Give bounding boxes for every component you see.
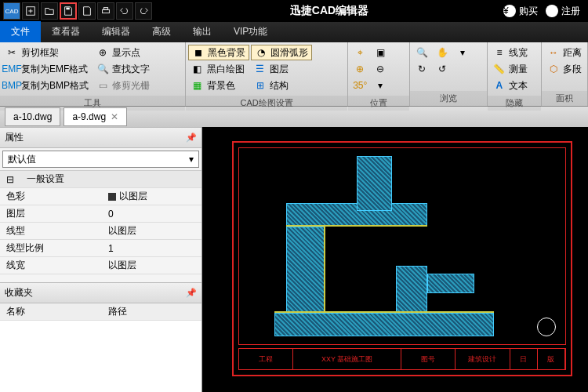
user-icon (546, 5, 558, 17)
rotate-cw-icon: ↺ (436, 63, 448, 75)
close-icon[interactable]: ✕ (111, 111, 118, 122)
svg-rect-1 (66, 8, 69, 10)
new-icon[interactable] (22, 2, 39, 20)
app-icon: CAD (3, 2, 20, 20)
buy-button[interactable]: ¥购买 (503, 5, 538, 18)
pin-icon[interactable]: 📌 (186, 288, 197, 298)
layers-icon: ☰ (254, 63, 267, 75)
group-browse-label: 浏览 (410, 91, 487, 106)
show-points-button[interactable]: ⊕显示点 (93, 45, 153, 60)
ribbon-tabs: 文件 查看器 编辑器 高级 输出 VIP功能 (0, 22, 588, 42)
browse-btn-4[interactable]: ↺ (433, 61, 452, 77)
group-hide-label: 隐藏 (488, 96, 541, 111)
chevron-down-icon: ▾ (374, 79, 387, 92)
collapse-icon[interactable]: ⊟ (0, 174, 20, 185)
scissors-icon: ✂ (5, 46, 18, 59)
drawing-frame: 工程 XXY 基础施工图 图号 建筑设计 日 版 (232, 141, 572, 376)
redo-icon[interactable] (135, 2, 152, 20)
distance-button[interactable]: ↔距离 (544, 45, 585, 60)
layers-button[interactable]: ☰图层 (251, 61, 312, 77)
tab-file[interactable]: 文件 (0, 21, 41, 42)
arc-icon: ◔ (255, 46, 267, 59)
doc-tab-a10[interactable]: a-10.dwg (5, 107, 60, 126)
smooth-arc-button[interactable]: ◔圆滑弧形 (251, 45, 312, 60)
emf-icon: EMF (5, 63, 18, 75)
text-icon: A (493, 79, 506, 92)
tab-output[interactable]: 输出 (182, 21, 223, 42)
compass-icon (537, 318, 556, 336)
rotate-icon: ↻ (416, 63, 428, 75)
app-title: 迅捷CAD编辑器 (155, 4, 503, 18)
palette-icon: ▦ (191, 79, 204, 92)
pos-btn-5[interactable]: ⊖ (371, 61, 390, 77)
text-button[interactable]: A文本 (490, 78, 531, 93)
undo-icon[interactable] (116, 2, 133, 20)
ruler-icon: 📏 (493, 63, 506, 75)
chevron-down-icon: ▾ (456, 46, 469, 59)
angle-icon: 35° (354, 79, 366, 92)
tab-vip[interactable]: VIP功能 (223, 21, 278, 42)
prop-row[interactable]: 线宽以图层 (0, 257, 201, 274)
tab-advanced[interactable]: 高级 (141, 21, 182, 42)
browse-btn-3[interactable]: ✋ (433, 45, 452, 60)
chevron-down-icon: ▾ (189, 154, 194, 165)
lineweight-button[interactable]: ≡线宽 (490, 45, 531, 60)
trim-raster-button[interactable]: ▭修剪光栅 (93, 78, 153, 93)
tab-viewer[interactable]: 查看器 (41, 21, 91, 42)
section-general: 一般设置 (20, 172, 71, 186)
magnify-icon: 🔍 (416, 46, 428, 59)
prop-row[interactable]: 图层0 (0, 205, 201, 223)
bw-drawing-button[interactable]: ◧黑白绘图 (188, 61, 249, 77)
measure-button[interactable]: 📏测量 (490, 61, 531, 77)
fav-col-path: 路径 (102, 305, 201, 318)
black-bg-button[interactable]: ◼黑色背景 (188, 45, 249, 60)
crop-frame-button[interactable]: ✂剪切框架 (2, 45, 92, 60)
browse-btn-2[interactable]: ↻ (412, 61, 431, 77)
structure-button[interactable]: ⊞结构 (251, 78, 312, 93)
bg-color-button[interactable]: ▦背景色 (188, 78, 249, 93)
pin-icon[interactable]: 📌 (186, 132, 197, 143)
ribbon: ✂剪切框架 EMF复制为EMF格式 BMP复制为BMP格式 ⊕显示点 🔍查找文字… (0, 42, 588, 107)
pos-btn-6[interactable]: ▾ (371, 78, 390, 93)
props-combo[interactable]: 默认值▾ (2, 151, 199, 168)
fav-col-name: 名称 (0, 305, 102, 318)
trim-icon: ▭ (96, 79, 109, 92)
title-block: 工程 XXY 基础施工图 图号 建筑设计 日 版 (238, 348, 566, 370)
zoom-in-icon: ⊕ (354, 63, 366, 75)
tree-icon: ⊞ (254, 79, 267, 92)
tab-editor[interactable]: 编辑器 (91, 21, 141, 42)
distance-icon: ↔ (547, 46, 560, 59)
copy-bmp-button[interactable]: BMP复制为BMP格式 (2, 78, 92, 93)
print-icon[interactable] (97, 2, 114, 20)
prop-row[interactable]: 色彩以图层 (0, 188, 201, 205)
zoom-window-icon: ⌖ (354, 46, 366, 59)
browse-btn-1[interactable]: 🔍 (412, 45, 431, 60)
group-face-label: 面积 (542, 91, 587, 106)
save-icon[interactable] (60, 2, 77, 20)
props-grid: ⊟一般设置 色彩以图层 图层0 线型以图层 线型比例1 线宽以图层 (0, 170, 201, 274)
bw-icon: ◧ (191, 63, 204, 75)
copy-emf-button[interactable]: EMF复制为EMF格式 (2, 61, 92, 77)
fav-list (0, 321, 201, 392)
bmp-icon: BMP (5, 79, 18, 92)
poly-icon: ⬡ (547, 63, 560, 75)
poly-button[interactable]: ⬡多段 (544, 61, 585, 77)
pos-btn-4[interactable]: ▣ (371, 45, 390, 60)
register-button[interactable]: 注册 (546, 5, 580, 18)
pos-btn-2[interactable]: ⊕ (350, 61, 369, 77)
pos-btn-3[interactable]: 35° (350, 78, 369, 93)
props-title: 属性 (5, 131, 24, 144)
prop-row[interactable]: 线型以图层 (0, 223, 201, 240)
find-text-button[interactable]: 🔍查找文字 (93, 61, 153, 77)
zoom-out-icon: ⊖ (374, 63, 387, 75)
open-icon[interactable] (41, 2, 58, 20)
saveas-icon[interactable] (78, 2, 96, 20)
prop-row[interactable]: 线型比例1 (0, 240, 201, 257)
drawing-canvas[interactable]: 工程 XXY 基础施工图 图号 建筑设计 日 版 (202, 127, 588, 392)
target-icon: ⊕ (96, 46, 109, 59)
doc-tab-a9[interactable]: a-9.dwg✕ (64, 107, 127, 126)
pos-btn-1[interactable]: ⌖ (350, 45, 369, 60)
browse-btn-5[interactable]: ▾ (453, 45, 472, 60)
side-panel: 属性📌 默认值▾ ⊟一般设置 色彩以图层 图层0 线型以图层 线型比例1 线宽以… (0, 127, 202, 392)
svg-rect-3 (103, 8, 107, 10)
